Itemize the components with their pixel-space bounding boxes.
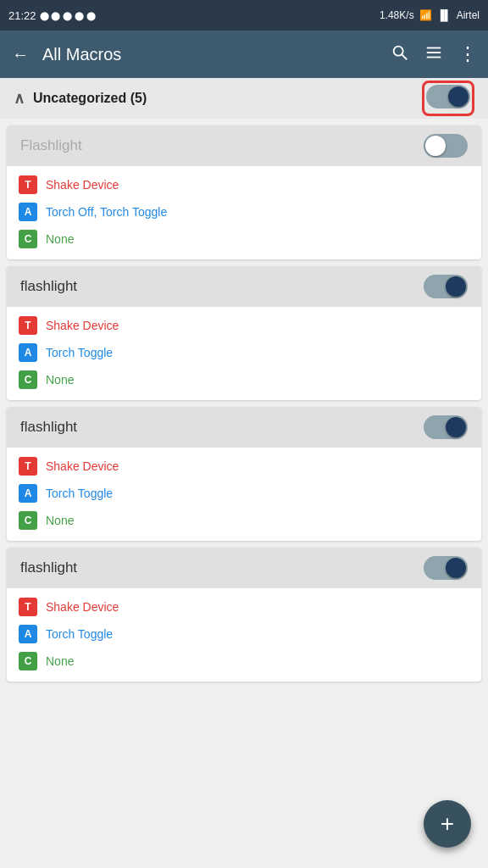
macro-toggle-4[interactable] — [424, 556, 468, 580]
app-bar-icons: ⋮ — [391, 43, 476, 66]
macro-card-1: Flashlight T Shake Device A Torch Off, T… — [7, 125, 481, 259]
action-row-1: A Torch Off, Torch Toggle — [7, 198, 481, 225]
macro-card-body-1: T Shake Device A Torch Off, Torch Toggle… — [7, 166, 481, 259]
svg-rect-3 — [427, 52, 441, 53]
status-bar: 21:22 ⬤ ⬤ ⬤ ⬤ ⬤ 1.48K/s 📶 ▐▌ Airtel — [0, 0, 488, 31]
trigger-row-3: T Shake Device — [7, 453, 481, 480]
trigger-badge-1: T — [19, 175, 37, 194]
app-bar-title: All Macros — [42, 45, 377, 64]
svg-rect-4 — [427, 56, 441, 58]
macro-card-body-2: T Shake Device A Torch Toggle C None — [7, 307, 481, 400]
constraint-text-2: None — [46, 373, 74, 387]
svg-point-0 — [394, 46, 403, 55]
section-header-left: ∧ Uncategorized (5) — [14, 89, 147, 108]
trigger-badge-2: T — [19, 316, 37, 335]
action-badge-3: A — [19, 484, 37, 503]
toggle-knob-1 — [425, 136, 446, 156]
status-left: 21:22 ⬤ ⬤ ⬤ ⬤ ⬤ — [8, 9, 96, 22]
macro-title-3: flashlight — [20, 419, 77, 436]
trigger-badge-4: T — [19, 598, 37, 616]
toggle-knob-2 — [446, 276, 466, 297]
svg-rect-2 — [427, 47, 441, 48]
action-text-4: Torch Toggle — [46, 627, 113, 641]
trigger-text-2: Shake Device — [46, 319, 119, 332]
macro-card-3: flashlight T Shake Device A Torch Toggle… — [7, 407, 481, 541]
macro-card-2: flashlight T Shake Device A Torch Toggle… — [7, 266, 481, 400]
macro-title-4: flashlight — [20, 559, 77, 576]
constraint-row-4: C None — [7, 648, 481, 675]
action-badge-2: A — [19, 343, 37, 362]
macro-card-header-3[interactable]: flashlight — [7, 407, 481, 448]
macro-title-2: flashlight — [20, 278, 77, 295]
toggle-knob-4 — [446, 558, 466, 578]
macro-title-1: Flashlight — [20, 137, 82, 154]
action-text-1: Torch Off, Torch Toggle — [46, 205, 167, 219]
constraint-badge-3: C — [19, 511, 37, 530]
action-text-2: Torch Toggle — [46, 346, 113, 359]
toggle-knob-3 — [446, 417, 466, 437]
macro-card-header-2[interactable]: flashlight — [7, 266, 481, 307]
macro-card-header-1[interactable]: Flashlight — [7, 125, 481, 166]
network-speed: 1.48K/s — [380, 9, 414, 21]
signal-icon: ▐▌ — [437, 9, 452, 21]
section-title: Uncategorized (5) — [33, 91, 147, 106]
constraint-badge-4: C — [19, 652, 37, 670]
fab-add-button[interactable]: + — [424, 800, 471, 848]
trigger-text-4: Shake Device — [46, 600, 119, 614]
macro-card-header-4[interactable]: flashlight — [7, 548, 481, 588]
constraint-badge-2: C — [19, 370, 37, 389]
action-row-4: A Torch Toggle — [7, 620, 481, 648]
action-badge-1: A — [19, 203, 37, 221]
trigger-row-1: T Shake Device — [7, 171, 481, 198]
status-right: 1.48K/s 📶 ▐▌ Airtel — [380, 9, 480, 21]
section-toggle[interactable] — [426, 85, 470, 108]
action-row-3: A Torch Toggle — [7, 480, 481, 507]
constraint-badge-1: C — [19, 230, 37, 248]
constraint-row-3: C None — [7, 507, 481, 534]
macro-card-body-3: T Shake Device A Torch Toggle C None — [7, 448, 481, 541]
carrier: Airtel — [457, 9, 480, 21]
trigger-row-2: T Shake Device — [7, 312, 481, 339]
fab-icon: + — [441, 810, 454, 837]
trigger-row-4: T Shake Device — [7, 593, 481, 620]
macro-toggle-2[interactable] — [424, 275, 468, 298]
constraint-text-3: None — [46, 514, 74, 527]
time: 21:22 — [8, 9, 36, 22]
list-view-button[interactable] — [424, 43, 443, 66]
trigger-text-3: Shake Device — [46, 459, 119, 473]
macro-card-body-4: T Shake Device A Torch Toggle C None — [7, 588, 481, 682]
action-row-2: A Torch Toggle — [7, 339, 481, 366]
constraint-text-4: None — [46, 654, 74, 668]
constraint-row-1: C None — [7, 225, 481, 253]
action-badge-4: A — [19, 625, 37, 643]
svg-line-1 — [402, 54, 407, 59]
macro-toggle-3[interactable] — [424, 415, 468, 439]
constraint-row-2: C None — [7, 366, 481, 393]
section-header: ∧ Uncategorized (5) — [0, 78, 488, 119]
app-bar: ← All Macros ⋮ — [0, 31, 488, 78]
wifi-icon: 📶 — [419, 9, 432, 21]
toggle-knob — [448, 86, 469, 107]
action-text-3: Torch Toggle — [46, 487, 113, 500]
macro-toggle-1[interactable] — [424, 134, 468, 158]
collapse-chevron[interactable]: ∧ — [14, 89, 25, 108]
back-button[interactable]: ← — [12, 45, 29, 64]
trigger-text-1: Shake Device — [46, 178, 119, 192]
notification-icons: ⬤ ⬤ ⬤ ⬤ ⬤ — [40, 11, 96, 20]
section-toggle-highlight — [422, 81, 474, 116]
macro-card-4: flashlight T Shake Device A Torch Toggle… — [7, 548, 481, 682]
constraint-text-1: None — [46, 232, 74, 246]
more-options-button[interactable]: ⋮ — [458, 43, 476, 65]
trigger-badge-3: T — [19, 457, 37, 476]
macro-list: Flashlight T Shake Device A Torch Off, T… — [0, 125, 488, 682]
search-button[interactable] — [391, 43, 409, 66]
